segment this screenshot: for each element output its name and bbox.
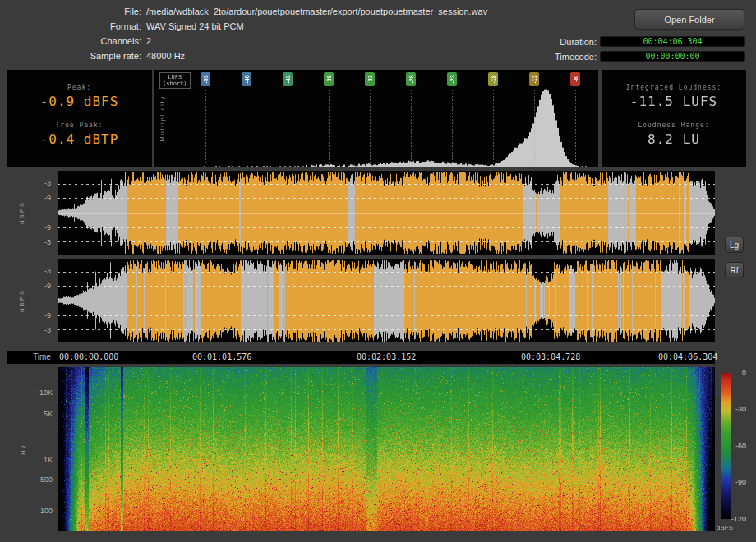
scale-tick-label: -60: [726, 442, 746, 450]
time-ruler: Time 00:00:00.000 00:01:01.576 00:02:03.…: [7, 351, 715, 364]
dbfs-axis-label: dBFS: [18, 289, 25, 312]
waveform-channel-2: dBFS -3 -9 -9 -3: [0, 259, 756, 342]
true-peak-label: True Peak:: [7, 122, 152, 129]
lufs-histogram-panel: LUFS (short) Multiplicity -53 -48 -43 -3…: [154, 70, 598, 167]
lufs-tick-badge: -33: [365, 72, 375, 86]
time-tick-label: 00:01:01.576: [192, 352, 251, 361]
open-folder-button[interactable]: Open Folder: [634, 9, 744, 30]
db-tick-label: -3: [33, 267, 51, 275]
peak-panel: Peak: -0.9 dBFS True Peak: -0.4 dBTP: [7, 70, 152, 167]
lufs-tick-badge: -43: [283, 72, 293, 86]
multiplicity-axis-label: Multiplicity: [159, 95, 165, 141]
freq-tick-label: 1K: [28, 456, 53, 464]
waveform-channel-1: dBFS -3 -9 -9 -3: [0, 171, 756, 255]
lufs-tick-badge: -38: [324, 72, 334, 86]
loudness-range-value: 8.2 LU: [602, 131, 746, 147]
time-axis-label: Time: [33, 352, 51, 361]
integrated-loudness-panel: Integrated Loudness: -11.5 LUFS Loudness…: [602, 70, 746, 167]
time-tick-label: 00:00:00.000: [59, 352, 118, 361]
freq-tick-label: 5K: [28, 410, 53, 418]
file-path-value: /media/wdblack_2to/ardour/pouetpouetmast…: [146, 7, 487, 16]
db-tick-label: -3: [33, 179, 51, 187]
duration-label: Duration:: [460, 37, 597, 47]
format-label: Format:: [0, 21, 141, 31]
file-label: File:: [0, 7, 141, 16]
hz-axis-label: Hz: [20, 443, 27, 455]
lufs-tick-badge: -8: [570, 72, 580, 86]
freq-tick-label: 100: [28, 507, 53, 515]
time-tick-label: 00:04:06.304: [658, 352, 717, 361]
export-report-window: File: /media/wdblack_2to/ardour/pouetpou…: [0, 0, 756, 542]
db-tick-label: -3: [33, 326, 51, 334]
true-peak-value: -0.4 dBTP: [7, 131, 152, 147]
waveform-canvas: [58, 259, 715, 342]
time-tick-label: 00:03:04.728: [521, 352, 580, 361]
scale-tick-label: 0: [726, 369, 746, 377]
sample-rate-label: Sample rate:: [0, 51, 141, 61]
lufs-tick-badge: -13: [529, 72, 539, 86]
spectrogram-canvas: [58, 367, 715, 531]
freq-tick-label: 500: [28, 475, 53, 484]
waveform-canvas: [58, 171, 715, 255]
lufs-tick-badge: -48: [242, 72, 251, 86]
timecode-label: Timecode:: [460, 52, 597, 62]
db-tick-label: -9: [33, 282, 51, 290]
timecode-display: 00:00:00:00: [600, 51, 745, 62]
peak-value: -0.9 dBFS: [7, 94, 152, 109]
db-tick-label: -3: [33, 238, 51, 246]
db-tick-label: -9: [33, 194, 51, 202]
scale-tick-label: -120: [726, 515, 746, 523]
rf-button[interactable]: Rf: [725, 262, 744, 278]
freq-tick-label: 10K: [28, 388, 53, 397]
time-tick-label: 00:02:03.152: [357, 352, 416, 361]
lufs-tick-badge: -28: [406, 72, 416, 86]
scale-tick-label: -30: [726, 405, 746, 413]
db-tick-label: -9: [33, 223, 51, 232]
lufs-tick-badge: -23: [447, 72, 457, 86]
channels-value: 2: [146, 36, 151, 46]
integrated-loudness-label: Integrated Loudness:: [602, 84, 746, 91]
lufs-short-label: LUFS (short): [159, 72, 191, 89]
scale-tick-label: -90: [726, 478, 746, 486]
dbfs-axis-label: dBFS: [18, 201, 25, 224]
peak-label: Peak:: [7, 84, 152, 91]
scale-unit-label: dBFS: [717, 524, 733, 531]
loudness-range-label: Loudness Range:: [602, 122, 746, 129]
sample-rate-value: 48000 Hz: [146, 51, 185, 61]
lufs-tick-badge: -18: [488, 72, 498, 86]
channels-label: Channels:: [0, 36, 141, 46]
lufs-tick-badge: -53: [201, 72, 210, 86]
lg-button[interactable]: Lg: [725, 237, 744, 253]
format-value: WAV Signed 24 bit PCM: [146, 21, 244, 31]
duration-display: 00:04:06.304: [600, 36, 745, 47]
integrated-loudness-value: -11.5 LUFS: [602, 94, 746, 109]
spectrogram-section: Hz 10K 5K 1K 500 100 0 -30 -60 -90 -120 …: [0, 367, 756, 542]
db-tick-label: -9: [33, 311, 51, 319]
